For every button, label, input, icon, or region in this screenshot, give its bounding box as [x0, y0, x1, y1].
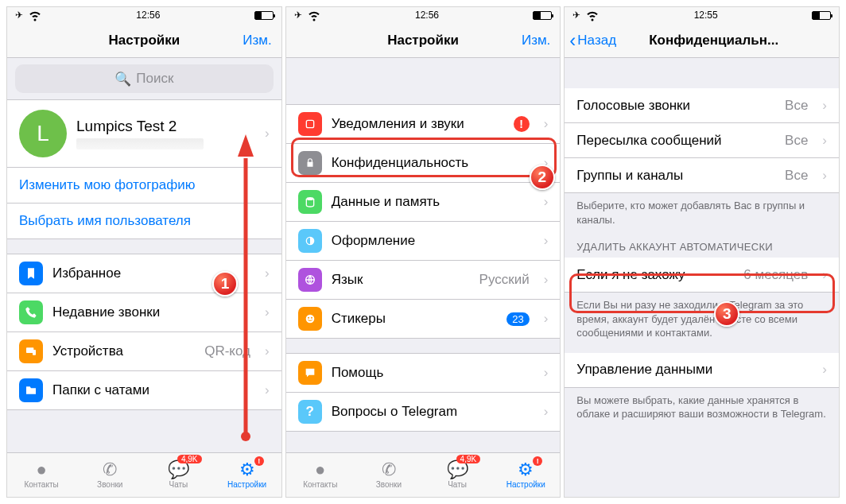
nav-title: Конфиденциальн...: [649, 33, 778, 48]
contact-icon: ●: [36, 461, 46, 479]
chevron-right-icon: ›: [822, 267, 827, 283]
tab-contacts[interactable]: ●Контакты: [7, 453, 76, 497]
status-time: 12:56: [415, 10, 439, 21]
svg-point-11: [311, 317, 312, 319]
contact-icon: ●: [315, 461, 325, 479]
delete-footer: Если Вы ни разу не заходили в Telegram з…: [565, 293, 839, 343]
chevron-right-icon: ›: [265, 266, 270, 281]
globe-icon: [298, 268, 322, 292]
status-bar: ✈ 12:55: [565, 7, 839, 23]
privacy-row[interactable]: Конфиденциальность ›: [286, 144, 561, 183]
help-row[interactable]: Помощь ›: [286, 353, 561, 393]
phone-icon: [19, 300, 43, 324]
alert-badge: !: [514, 116, 530, 132]
chevron-right-icon: ›: [544, 233, 549, 249]
svg-point-6: [306, 197, 313, 200]
faq-row[interactable]: ? Вопросы о Telegram ›: [286, 393, 561, 432]
chevron-left-icon: ‹: [569, 29, 576, 52]
status-time: 12:55: [694, 10, 718, 21]
step-badge-2: 2: [530, 165, 555, 190]
svg-rect-1: [33, 350, 36, 355]
airplane-icon: ✈: [572, 10, 580, 21]
edit-button[interactable]: Изм.: [243, 33, 271, 48]
svg-rect-0: [26, 347, 33, 353]
voice-calls-row[interactable]: Голосовые звонки Все ›: [565, 88, 839, 123]
stickers-badge: 23: [506, 312, 529, 326]
phone-icon: ✆: [382, 461, 396, 479]
chevron-right-icon: ›: [822, 98, 827, 114]
alert-dot: !: [254, 456, 264, 466]
tab-chats[interactable]: 4,9K💬Чаты: [423, 453, 491, 497]
scroll-arrow: [234, 134, 258, 444]
chevron-right-icon: ›: [822, 362, 827, 378]
chevron-right-icon: ›: [265, 304, 270, 320]
tab-settings[interactable]: !⚙Настройки: [491, 453, 560, 497]
stickers-row[interactable]: Стикеры 23 ›: [286, 300, 561, 339]
chat-icon: 💬: [168, 461, 189, 479]
chevron-right-icon: ›: [544, 404, 549, 420]
airplane-icon: ✈: [15, 10, 23, 21]
step-badge-1: 1: [212, 271, 238, 297]
back-button[interactable]: ‹Назад: [569, 29, 616, 52]
appearance-icon: [298, 229, 322, 253]
notifications-row[interactable]: Уведомления и звуки ! ›: [286, 104, 561, 144]
status-bar: ✈ 12:56: [7, 7, 281, 23]
svg-point-10: [308, 317, 309, 319]
sticker-icon: [298, 307, 322, 331]
bookmark-icon: [19, 262, 43, 285]
gear-icon: ⚙: [239, 461, 255, 479]
groups-footer: Выберите, кто может добавлять Вас в груп…: [565, 193, 839, 230]
svg-point-4: [241, 432, 250, 441]
alert-dot: !: [533, 456, 542, 466]
tab-calls[interactable]: ✆Звонки: [355, 453, 423, 497]
nav-bar: Настройки Изм.: [7, 23, 281, 58]
chevron-right-icon: ›: [265, 126, 270, 142]
tab-chats[interactable]: 4,9K💬Чаты: [144, 453, 212, 497]
chevron-right-icon: ›: [822, 168, 827, 184]
appearance-row[interactable]: Оформление ›: [286, 222, 561, 261]
database-icon: [298, 190, 322, 214]
battery-icon: [812, 11, 831, 20]
chevron-right-icon: ›: [544, 311, 549, 327]
wifi-icon: [585, 8, 600, 22]
data-storage-row[interactable]: Данные и память ›: [286, 183, 561, 222]
svg-rect-5: [306, 120, 313, 127]
data-management-row[interactable]: Управление данными ›: [565, 353, 839, 388]
tab-calls[interactable]: ✆Звонки: [76, 453, 144, 497]
chevron-right-icon: ›: [822, 133, 827, 149]
folder-icon: [19, 378, 43, 402]
chat-icon: [298, 361, 322, 385]
groups-row[interactable]: Группы и каналы Все ›: [565, 158, 839, 193]
chevron-right-icon: ›: [544, 272, 549, 288]
svg-point-9: [305, 315, 314, 324]
search-placeholder: Поиск: [136, 71, 173, 87]
avatar: L: [19, 110, 67, 157]
chevron-right-icon: ›: [544, 116, 549, 132]
profile-sub-blur: [76, 138, 204, 149]
screen-settings-main: ✈ 12:56 Настройки Изм. 🔍 Поиск L Lumpics…: [6, 6, 282, 498]
lock-icon: [298, 151, 322, 175]
screen-privacy: ✈ 12:55 ‹Назад Конфиденциальн... Голосов…: [564, 6, 840, 498]
chat-icon: 💬: [447, 461, 468, 479]
battery-icon: [254, 11, 274, 20]
search-input[interactable]: 🔍 Поиск: [15, 64, 274, 93]
chevron-right-icon: ›: [265, 343, 270, 359]
chevron-right-icon: ›: [544, 194, 549, 210]
data-mgmt-footer: Вы можете выбрать, какие данные хранятся…: [565, 388, 839, 425]
edit-button[interactable]: Изм.: [522, 33, 550, 48]
screen-settings-list: ✈ 12:56 Настройки Изм. Уведомления и зву…: [285, 6, 561, 498]
tab-settings[interactable]: !⚙Настройки: [213, 453, 281, 497]
tab-contacts[interactable]: ●Контакты: [286, 453, 355, 497]
forward-row[interactable]: Пересылка сообщений Все ›: [565, 123, 839, 158]
chevron-right-icon: ›: [265, 382, 270, 398]
status-time: 12:56: [136, 10, 160, 21]
tab-bar: ●Контакты ✆Звонки 4,9K💬Чаты !⚙Настройки: [286, 452, 561, 497]
battery-icon: [533, 11, 552, 20]
tab-bar: ●Контакты ✆Звонки 4,9K💬Чаты !⚙Настройки: [7, 452, 281, 497]
gear-icon: ⚙: [518, 461, 534, 479]
phone-icon: ✆: [103, 461, 117, 479]
language-row[interactable]: Язык Русский ›: [286, 261, 561, 300]
chevron-right-icon: ›: [544, 365, 549, 381]
question-icon: ?: [298, 400, 322, 424]
inactive-row[interactable]: Если я не захожу 6 месяцев ›: [565, 258, 839, 293]
